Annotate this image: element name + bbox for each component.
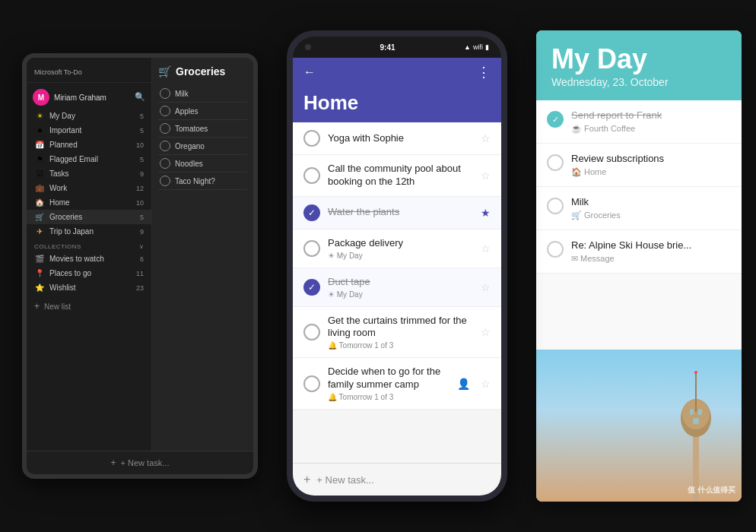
grocery-item-milk[interactable]: Milk: [158, 85, 247, 103]
myday-title-alpine: Re: Alpine Ski House brie...: [571, 239, 731, 252]
sidebar-item-home[interactable]: 🏠 Home 10: [27, 195, 151, 210]
plus-icon: +: [34, 301, 40, 312]
back-icon[interactable]: ←: [303, 65, 316, 79]
sidebar-item-planned[interactable]: 📅 Planned 10: [27, 138, 151, 152]
groceries-panel: 🛒 Groceries Milk Apples Tomatoes: [152, 58, 253, 451]
phone-task-pool[interactable]: Call the community pool about booking on…: [293, 155, 501, 197]
sidebar-item-work[interactable]: 💼 Work 12: [27, 181, 151, 195]
signal-icon: ▲: [464, 43, 471, 51]
more-icon[interactable]: ⋮: [477, 64, 491, 81]
sidebar-item-my-day[interactable]: ☀ My Day 5: [27, 109, 151, 123]
myday-sub-alpine: ✉ Message: [571, 254, 731, 264]
grocery-item-taco[interactable]: Taco Night?: [158, 173, 247, 190]
phone-header: ← ⋮: [293, 58, 501, 87]
tablet-device: Microsoft To-Do M Miriam Graham 🔍 ☀ My D…: [22, 53, 258, 479]
task-checkbox-curtains[interactable]: [303, 324, 320, 340]
sidebar-item-groceries[interactable]: 🛒 Groceries 5: [27, 210, 151, 224]
task-title-delivery: Package delivery: [328, 237, 473, 250]
phone-task-duct[interactable]: ✓ Duct tape ☀ My Day ☆: [293, 268, 501, 307]
user-row[interactable]: M Miriam Graham 🔍: [27, 86, 151, 109]
calendar-icon: 📅: [34, 141, 45, 149]
task-checkbox-summer[interactable]: [303, 375, 320, 392]
myday-checkbox-report[interactable]: ✓: [547, 111, 564, 128]
new-list-button[interactable]: + New list: [27, 298, 151, 315]
star-icon-duct[interactable]: ☆: [481, 281, 491, 293]
grocery-checkbox[interactable]: [160, 141, 170, 151]
sidebar-item-wishlist[interactable]: ⭐ Wishlist 23: [27, 280, 151, 295]
svg-rect-4: [698, 409, 702, 415]
grocery-item-oregano[interactable]: Oregano: [158, 138, 247, 155]
myday-title-milk: Milk: [571, 196, 731, 209]
grocery-checkbox[interactable]: [160, 106, 170, 116]
myday-title-subscriptions: Review subscriptions: [571, 153, 731, 166]
task-sub-summer: 🔔 Tomorrow 1 of 3: [328, 393, 449, 401]
task-text-yoga: Yoga with Sophie: [328, 132, 473, 145]
myday-header: My Day Wednesday, 23. October: [536, 30, 742, 100]
task-text-summer: Decide when to go for the family summer …: [328, 366, 449, 401]
groceries-icon: 🛒: [34, 213, 45, 221]
groceries-title: Groceries: [176, 65, 225, 78]
svg-rect-6: [695, 372, 697, 412]
phone-new-task-bar[interactable]: + + New task...: [293, 463, 501, 496]
myday-checkbox-milk[interactable]: [547, 198, 564, 214]
task-checkbox-yoga[interactable]: [303, 130, 320, 147]
phone-task-yoga[interactable]: Yoga with Sophie ☆: [293, 122, 501, 155]
star-icon-delivery[interactable]: ☆: [481, 242, 491, 255]
star-icon-pool[interactable]: ☆: [481, 169, 491, 182]
avatar-icon-summer: 👤: [457, 378, 470, 390]
myday-checkbox-subscriptions[interactable]: [547, 154, 564, 171]
sidebar-item-flagged-email[interactable]: ⚑ Flagged Email 5: [27, 152, 151, 166]
tasks-icon: ☑: [34, 169, 45, 178]
sidebar-item-movies[interactable]: 🎬 Movies to watch 6: [27, 252, 151, 266]
star-icon-water[interactable]: ★: [481, 207, 491, 219]
myday-checkbox-alpine[interactable]: [547, 241, 564, 258]
myday-task-subscriptions[interactable]: Review subscriptions 🏠 Home: [536, 144, 742, 187]
search-icon[interactable]: 🔍: [135, 92, 145, 103]
grocery-checkbox[interactable]: [160, 176, 170, 186]
main-scene: Microsoft To-Do M Miriam Graham 🔍 ☀ My D…: [0, 0, 756, 532]
phone-task-summer[interactable]: Decide when to go for the family summer …: [293, 358, 501, 410]
task-sub-curtains: 🔔 Tomorrow 1 of 3: [328, 341, 473, 350]
task-checkbox-water[interactable]: ✓: [303, 204, 320, 221]
task-checkbox-duct[interactable]: ✓: [303, 279, 320, 296]
sun-icon: ☀: [34, 112, 45, 120]
grocery-checkbox[interactable]: [160, 123, 170, 134]
task-text-water: Water the plants: [328, 206, 473, 219]
grocery-item-apples[interactable]: Apples: [158, 103, 247, 120]
sidebar-item-tasks[interactable]: ☑ Tasks 9: [27, 166, 151, 181]
task-checkbox-delivery[interactable]: [303, 240, 320, 257]
myday-task-milk[interactable]: Milk 🛒 Groceries: [536, 187, 742, 230]
grocery-checkbox[interactable]: [160, 88, 170, 99]
task-title-duct: Duct tape: [328, 276, 473, 289]
myday-sub-subscriptions: 🏠 Home: [571, 167, 731, 177]
task-text-curtains: Get the curtains trimmed for the living …: [328, 315, 473, 350]
myday-task-report[interactable]: ✓ Send report to Frank ☕ Fourth Coffee: [536, 100, 742, 144]
svg-rect-3: [690, 409, 694, 415]
collections-label: Collections ∨: [27, 239, 151, 252]
phone-task-delivery[interactable]: Package delivery ☀ My Day ☆: [293, 230, 501, 268]
task-title-curtains: Get the curtains trimmed for the living …: [328, 315, 473, 340]
phone-task-water[interactable]: ✓ Water the plants ★: [293, 197, 501, 230]
myday-task-list: ✓ Send report to Frank ☕ Fourth Coffee R…: [536, 100, 742, 350]
myday-widget: My Day Wednesday, 23. October ✓ Send rep…: [536, 30, 742, 502]
myday-text-milk: Milk 🛒 Groceries: [571, 196, 731, 220]
new-task-label: + New task...: [121, 458, 170, 467]
task-title-pool: Call the community pool about booking on…: [328, 163, 473, 188]
myday-title: My Day: [551, 46, 726, 73]
star-icon-yoga[interactable]: ☆: [481, 132, 491, 144]
sidebar-item-important[interactable]: ★ Important 5: [27, 123, 151, 138]
svg-rect-5: [693, 418, 699, 424]
svg-point-7: [694, 371, 697, 374]
grocery-item-tomatoes[interactable]: Tomatoes: [158, 120, 247, 138]
sidebar-item-places[interactable]: 📍 Places to go 11: [27, 266, 151, 280]
star-icon-curtains[interactable]: ☆: [481, 326, 491, 338]
new-task-bar[interactable]: + + New task...: [27, 451, 253, 474]
task-checkbox-pool[interactable]: [303, 167, 320, 184]
myday-task-alpine[interactable]: Re: Alpine Ski House brie... ✉ Message: [536, 230, 742, 274]
phone-task-curtains[interactable]: Get the curtains trimmed for the living …: [293, 307, 501, 359]
sidebar-item-trip[interactable]: ✈ Trip to Japan 9: [27, 224, 151, 239]
grocery-checkbox[interactable]: [160, 158, 170, 169]
star-icon-summer[interactable]: ☆: [481, 378, 491, 390]
grocery-item-noodles[interactable]: Noodles: [158, 155, 247, 173]
new-task-input[interactable]: + New task...: [316, 474, 374, 486]
